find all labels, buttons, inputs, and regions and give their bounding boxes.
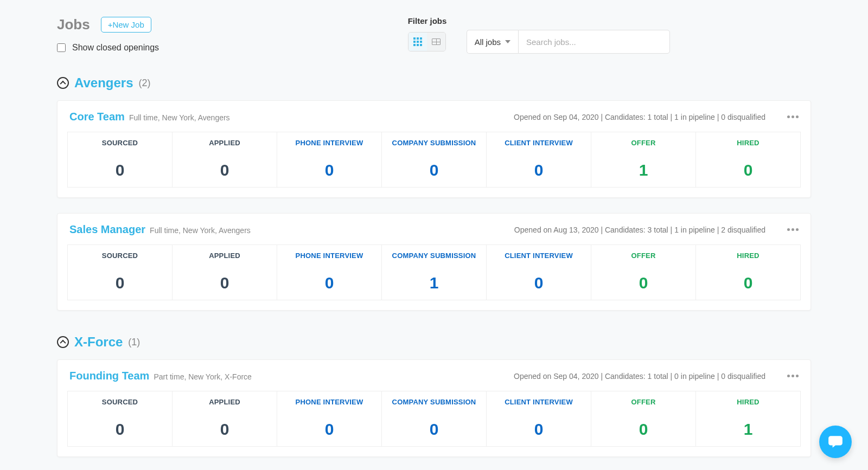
filter-label: Filter jobs	[408, 16, 670, 25]
job-title-wrap: Founding TeamPart time, New York, X-Forc…	[69, 370, 252, 382]
stage-label: OFFER	[591, 139, 695, 147]
more-menu-button[interactable]	[787, 115, 799, 118]
stage-cell[interactable]: HIRED0	[696, 132, 800, 187]
stage-label: APPLIED	[173, 252, 277, 260]
stage-label: OFFER	[591, 398, 695, 406]
stage-label: SOURCED	[68, 398, 172, 406]
stage-label: COMPANY SUBMISSION	[382, 252, 486, 260]
title-row: Jobs +New Job	[57, 16, 159, 33]
stage-count: 1	[696, 420, 800, 439]
stage-cell[interactable]: COMPANY SUBMISSION1	[382, 245, 487, 300]
stage-count: 0	[696, 274, 800, 292]
stage-count: 0	[382, 420, 486, 439]
search-input[interactable]	[518, 30, 670, 54]
grid-icon	[413, 37, 422, 46]
stage-row: SOURCED0APPLIED0PHONE INTERVIEW0COMPANY …	[67, 132, 801, 188]
header-right: Filter jobs All jobs	[408, 16, 670, 54]
job-title-link[interactable]: Sales Manager	[69, 223, 145, 236]
stage-count: 0	[173, 420, 277, 439]
stage-count: 0	[487, 420, 591, 439]
stage-count: 1	[591, 161, 695, 179]
stage-cell[interactable]: CLIENT INTERVIEW0	[487, 132, 591, 187]
chevron-up-icon	[60, 340, 66, 346]
collapse-button[interactable]	[57, 336, 69, 348]
job-card: Core TeamFull time, New York, AvengersOp…	[57, 100, 811, 198]
stage-row: SOURCED0APPLIED0PHONE INTERVIEW0COMPANY …	[67, 391, 801, 447]
table-icon	[432, 38, 441, 45]
filter-select-value: All jobs	[475, 37, 501, 47]
stage-label: SOURCED	[68, 139, 172, 147]
group-block: Avengers(2)Core TeamFull time, New York,…	[57, 75, 811, 311]
more-menu-button[interactable]	[787, 375, 799, 377]
stage-label: CLIENT INTERVIEW	[487, 398, 591, 406]
stage-count: 0	[173, 161, 277, 179]
new-job-button[interactable]: +New Job	[101, 17, 151, 33]
group-count: (2)	[139, 78, 151, 89]
page-title: Jobs	[57, 16, 90, 33]
stage-cell[interactable]: SOURCED0	[68, 391, 173, 446]
more-menu-button[interactable]	[787, 228, 799, 231]
stage-count: 0	[277, 274, 381, 292]
group-name[interactable]: Avengers	[74, 75, 133, 91]
stage-count: 0	[591, 274, 695, 292]
stage-label: PHONE INTERVIEW	[277, 252, 381, 260]
stage-cell[interactable]: PHONE INTERVIEW0	[277, 132, 382, 187]
group-header: X-Force(1)	[57, 334, 811, 350]
stage-cell[interactable]: SOURCED0	[68, 245, 173, 300]
groups-container: Avengers(2)Core TeamFull time, New York,…	[57, 75, 811, 457]
stage-count: 0	[382, 161, 486, 179]
stage-cell[interactable]: HIRED1	[696, 391, 800, 446]
page-header: Jobs +New Job Show closed openings Filte…	[57, 16, 811, 54]
show-closed-row: Show closed openings	[57, 43, 159, 53]
stage-cell[interactable]: SOURCED0	[68, 132, 173, 187]
stage-cell[interactable]: CLIENT INTERVIEW0	[487, 245, 591, 300]
job-title-link[interactable]: Founding Team	[69, 370, 149, 382]
stage-count: 0	[173, 274, 277, 292]
group-name[interactable]: X-Force	[74, 334, 123, 350]
header-left: Jobs +New Job Show closed openings	[57, 16, 159, 53]
stage-count: 0	[487, 274, 591, 292]
job-meta-wrap: Opened on Sep 04, 2020 | Candidates: 1 t…	[514, 113, 799, 121]
stage-cell[interactable]: OFFER0	[591, 245, 696, 300]
stage-cell[interactable]: OFFER1	[591, 132, 696, 187]
group-block: X-Force(1)Founding TeamPart time, New Yo…	[57, 334, 811, 457]
stage-count: 0	[277, 161, 381, 179]
group-count: (1)	[128, 337, 140, 348]
show-closed-checkbox[interactable]	[57, 43, 66, 52]
collapse-button[interactable]	[57, 77, 69, 89]
filter-select[interactable]: All jobs	[467, 30, 518, 54]
job-title-link[interactable]: Core Team	[69, 111, 125, 123]
stage-label: CLIENT INTERVIEW	[487, 252, 591, 260]
stage-cell[interactable]: PHONE INTERVIEW0	[277, 245, 382, 300]
stage-count: 0	[277, 420, 381, 439]
grid-view-button[interactable]	[409, 33, 427, 51]
chat-widget-button[interactable]	[819, 426, 852, 458]
stage-cell[interactable]: CLIENT INTERVIEW0	[487, 391, 591, 446]
stage-label: COMPANY SUBMISSION	[382, 398, 486, 406]
stage-cell[interactable]: COMPANY SUBMISSION0	[382, 391, 487, 446]
stage-label: PHONE INTERVIEW	[277, 398, 381, 406]
stage-label: HIRED	[696, 139, 800, 147]
show-closed-label[interactable]: Show closed openings	[72, 43, 159, 53]
stage-count: 0	[696, 161, 800, 179]
job-card-header: Sales ManagerFull time, New York, Avenge…	[67, 223, 801, 236]
stage-cell[interactable]: HIRED0	[696, 245, 800, 300]
job-meta-wrap: Opened on Sep 04, 2020 | Candidates: 1 t…	[514, 372, 799, 381]
stage-cell[interactable]: APPLIED0	[173, 245, 277, 300]
stage-cell[interactable]: COMPANY SUBMISSION0	[382, 132, 487, 187]
stage-cell[interactable]: PHONE INTERVIEW0	[277, 391, 382, 446]
stage-count: 0	[68, 420, 172, 439]
stage-cell[interactable]: APPLIED0	[173, 391, 277, 446]
stage-cell[interactable]: APPLIED0	[173, 132, 277, 187]
job-meta: Opened on Sep 04, 2020 | Candidates: 1 t…	[514, 113, 765, 121]
table-view-button[interactable]	[427, 33, 445, 51]
stage-label: APPLIED	[173, 139, 277, 147]
stage-label: PHONE INTERVIEW	[277, 139, 381, 147]
job-subtitle: Part time, New York, X-Force	[154, 372, 252, 381]
job-card: Founding TeamPart time, New York, X-Forc…	[57, 359, 811, 457]
stage-label: HIRED	[696, 252, 800, 260]
stage-label: SOURCED	[68, 252, 172, 260]
job-meta-wrap: Opened on Aug 13, 2020 | Candidates: 3 t…	[514, 226, 799, 234]
stage-label: APPLIED	[173, 398, 277, 406]
stage-cell[interactable]: OFFER0	[591, 391, 696, 446]
